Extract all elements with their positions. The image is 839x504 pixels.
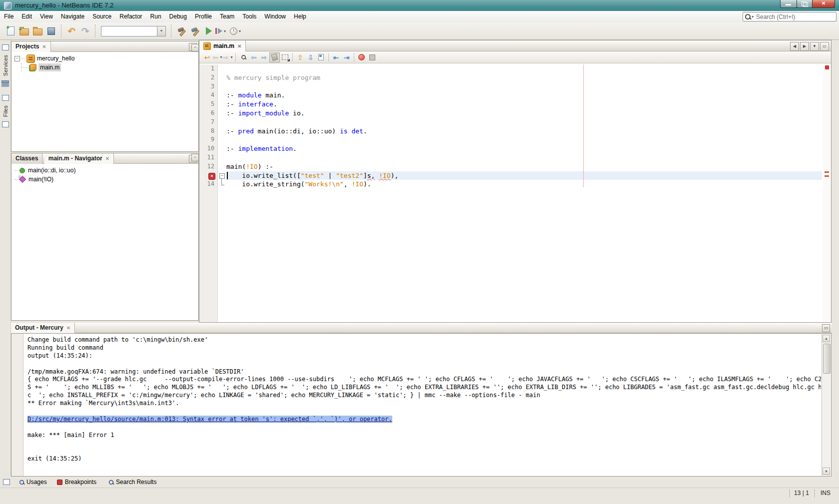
debug-button[interactable]: ▼ <box>215 24 229 38</box>
back-button[interactable]: ⇦▼ <box>212 52 223 62</box>
scroll-down-icon[interactable]: ▼ <box>823 468 830 475</box>
tab-output-mercury[interactable]: Output - Mercury✕ <box>11 323 75 333</box>
code-line[interactable]: :- import_module io. <box>226 109 822 118</box>
menu-item-debug[interactable]: Debug <box>165 11 191 22</box>
minimized-tab-search-results[interactable]: Search Results <box>106 479 156 486</box>
collapse-icon[interactable]: − <box>14 56 20 61</box>
splitter-collapse-button[interactable]: − <box>191 154 199 161</box>
code-line[interactable]: :- pred main(io::di, io::uo) is det. <box>226 127 822 136</box>
next-bookmark-button[interactable]: ⇩ <box>305 52 316 62</box>
code-line[interactable]: :- interface. <box>226 100 822 109</box>
close-icon[interactable]: ✕ <box>237 43 241 49</box>
scroll-tabs-left-icon[interactable]: ◀ <box>790 42 799 51</box>
find-button[interactable] <box>238 52 248 62</box>
navigator-item[interactable]: main(io::di, io::uo) <box>14 166 198 175</box>
last-edit-position-button[interactable]: ↩ <box>202 52 212 62</box>
scroll-up-icon[interactable]: ▲ <box>823 335 830 342</box>
new-file-button[interactable] <box>4 24 17 38</box>
chevron-down-icon[interactable]: ▾ <box>752 14 754 19</box>
tree-row-project[interactable]: − mercury_hello <box>14 54 198 63</box>
find-next-button[interactable]: ⇨ <box>259 52 269 62</box>
minimize-button[interactable] <box>780 0 797 8</box>
menu-item-source[interactable]: Source <box>88 11 115 22</box>
minimized-tab-usages[interactable]: Usages <box>17 479 47 486</box>
tab-projects[interactable]: Projects✕ <box>11 41 51 52</box>
rail-group-files[interactable]: Files <box>2 105 8 117</box>
scroll-tabs-right-icon[interactable]: ▶ <box>800 42 809 51</box>
line-number-gutter[interactable]: 123456789101112×14 <box>199 64 218 322</box>
code-line[interactable] <box>226 82 822 91</box>
output-console[interactable]: Change build command path to 'c:\mingw\b… <box>27 336 821 476</box>
menu-item-team[interactable]: Team <box>216 11 238 22</box>
chevron-down-icon[interactable]: ▼ <box>230 55 233 59</box>
code-line[interactable] <box>226 135 822 144</box>
editor-content[interactable]: 123456789101112×14 − % mercury simple pr… <box>199 63 831 322</box>
code-line[interactable]: :- module main. <box>226 91 822 100</box>
error-stripe-mark[interactable] <box>825 65 829 69</box>
menu-item-profile[interactable]: Profile <box>191 11 216 22</box>
error-stripe[interactable] <box>823 63 831 322</box>
output-line[interactable]: D:/src/my/mercury_hello/source/main.m:01… <box>27 416 821 424</box>
tab-list-icon[interactable]: ▼ <box>810 42 819 51</box>
chevron-down-icon[interactable]: ▼ <box>223 29 227 33</box>
file-name-selected[interactable]: main.m <box>38 63 61 71</box>
code-line[interactable] <box>226 118 822 127</box>
navigator-list[interactable]: main(io::di, io::uo)main(!IO) <box>11 164 198 184</box>
previous-bookmark-button[interactable]: ⇧ <box>295 52 305 62</box>
find-previous-button[interactable]: ⇦ <box>248 52 259 62</box>
forward-button[interactable]: ⇨▼ <box>223 52 233 62</box>
undo-button[interactable]: ↶ <box>65 24 78 38</box>
chevron-down-icon[interactable]: ▼ <box>219 55 223 59</box>
redo-button[interactable]: ↷ <box>78 24 92 38</box>
maximize-window-icon[interactable]: ▭ <box>820 42 829 51</box>
code-line[interactable]: main(!IO) :- <box>226 162 822 171</box>
code-line[interactable]: :- implementation. <box>226 144 822 153</box>
stop-macro-button[interactable] <box>367 52 377 62</box>
menu-item-edit[interactable]: Edit <box>17 11 36 22</box>
clean-build-button[interactable] <box>188 24 202 38</box>
menu-item-help[interactable]: Help <box>290 11 310 22</box>
maximize-panel-button[interactable]: ▭ <box>822 324 830 332</box>
menu-item-tools[interactable]: Tools <box>238 11 260 22</box>
code-line[interactable]: io.write_list(["test" | "test2"]s, !IO), <box>226 171 822 180</box>
tab-classes[interactable]: Classes <box>11 153 42 164</box>
search-input[interactable] <box>755 13 836 21</box>
open-project-button[interactable] <box>31 24 44 38</box>
menu-item-navigate[interactable]: Navigate <box>57 11 88 22</box>
code-line[interactable] <box>226 153 822 162</box>
menu-item-refactor[interactable]: Refactor <box>115 11 146 22</box>
window-group-icon[interactable] <box>2 95 9 101</box>
error-stripe-mark[interactable] <box>825 175 829 177</box>
close-icon[interactable]: ✕ <box>66 325 70 331</box>
error-badge-icon[interactable]: × <box>208 173 215 180</box>
build-button[interactable] <box>175 24 188 38</box>
close-button[interactable]: ✕ <box>812 0 835 8</box>
tab-main-m[interactable]: main.m ✕ <box>199 40 246 51</box>
scrollbar-thumb[interactable] <box>823 344 831 374</box>
run-button[interactable] <box>202 24 215 38</box>
save-all-button[interactable] <box>44 24 58 38</box>
menu-item-window[interactable]: Window <box>260 11 290 22</box>
window-group-icon[interactable] <box>3 479 10 485</box>
toggle-bookmark-button[interactable] <box>316 52 326 62</box>
services-icon[interactable] <box>1 80 9 83</box>
code-fold-column[interactable]: − <box>218 64 226 322</box>
profile-button[interactable]: ▼ <box>229 24 242 38</box>
tree-row-file[interactable]: main.m <box>14 63 198 72</box>
close-icon[interactable]: ✕ <box>42 44 46 49</box>
code-text-area[interactable]: % mercury simple program:- module main.:… <box>226 64 822 322</box>
rail-group-services[interactable]: Services <box>2 55 8 76</box>
output-scrollbar[interactable]: ▲ ▼ <box>822 334 831 476</box>
files-icon[interactable] <box>2 121 9 127</box>
project-name[interactable]: mercury_hello <box>37 55 74 62</box>
minimized-tab-breakpoints[interactable]: Breakpoints <box>57 479 96 486</box>
projects-tree[interactable]: − mercury_hello main.m <box>11 52 198 72</box>
rectangular-selection-button[interactable] <box>280 52 290 62</box>
quick-search[interactable]: ▾ <box>743 12 837 21</box>
error-hyperlink[interactable]: D:/src/my/mercury_hello/source/main.m:01… <box>27 416 392 423</box>
shift-left-button[interactable]: ⇤ <box>331 52 341 62</box>
menu-item-file[interactable]: File <box>0 11 17 22</box>
restore-button[interactable] <box>797 0 813 8</box>
shift-right-button[interactable]: ⇥ <box>341 52 352 62</box>
close-icon[interactable]: ✕ <box>105 156 109 161</box>
